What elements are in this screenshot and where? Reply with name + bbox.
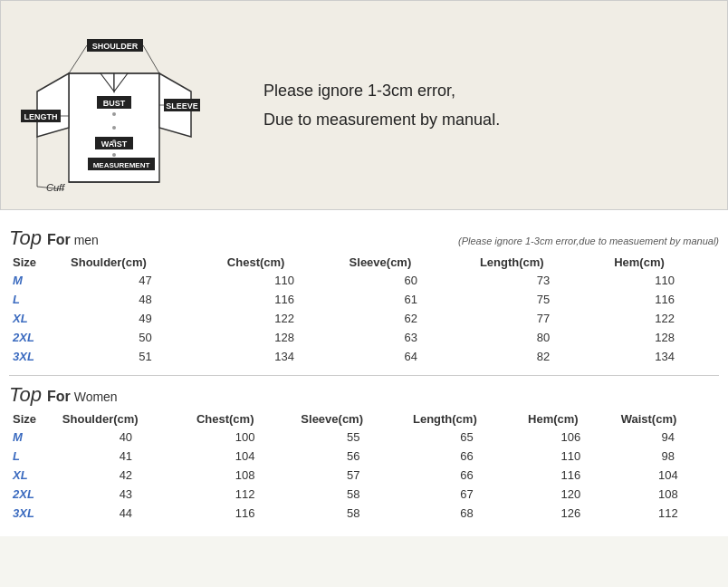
table-row: 3XL441165868126112 [9,504,719,523]
svg-line-9 [143,45,159,73]
women-size-table: Size Shoulder(cm) Chest(cm) Sleeve(cm) L… [9,410,719,523]
men-col-sleeve: Sleeve(cm) [346,254,476,271]
table-cell: 63 [346,328,476,347]
svg-text:SLEEVE: SLEEVE [166,101,198,111]
table-cell: 60 [346,271,476,290]
svg-point-26 [112,112,116,116]
men-size-table: Size Shoulder(cm) Chest(cm) Sleeve(cm) L… [9,254,719,366]
table-row: XL491226277122 [9,309,719,328]
table-cell: 42 [59,466,193,485]
shirt-diagram: SHOULDER BUST SLEEVE LENGTH WAIST MEASUR… [19,10,209,200]
svg-text:LENGTH: LENGTH [24,112,58,121]
table-cell: 100 [193,428,297,447]
men-col-shoulder: Shoulder(cm) [67,254,224,271]
svg-marker-1 [37,73,69,137]
table-cell: 122 [224,309,346,328]
table-row: 2XL431125867120108 [9,485,719,504]
table-cell: 75 [476,290,610,309]
table-cell: 50 [67,328,224,347]
table-cell: 108 [193,466,297,485]
table-row: M471106073110 [9,271,719,290]
women-for-label: For [47,389,71,405]
table-cell: 73 [476,271,610,290]
table-cell: 134 [224,347,346,366]
svg-text:BUST: BUST [103,99,126,108]
svg-point-29 [112,153,116,157]
women-col-chest: Chest(cm) [193,410,297,428]
table-cell: 58 [297,504,409,523]
table-cell: 44 [59,504,193,523]
table-cell: 94 [618,428,719,447]
table-cell: 134 [610,347,719,366]
table-row: L41104566611098 [9,447,719,466]
table-cell: 106 [524,428,618,447]
table-cell: 3XL [9,504,59,523]
table-cell: 116 [224,290,346,309]
table-cell: 104 [193,447,297,466]
svg-point-27 [112,126,116,130]
table-cell: 3XL [9,347,67,366]
men-col-size: Size [9,254,67,271]
table-cell: 67 [409,485,524,504]
table-cell: 51 [67,347,224,366]
table-cell: 47 [67,271,224,290]
women-col-length: Length(cm) [409,410,524,428]
table-cell: 2XL [9,328,67,347]
table-cell: 128 [224,328,346,347]
table-cell: 110 [524,447,618,466]
table-cell: 56 [297,447,409,466]
table-cell: M [9,271,67,290]
women-col-sleeve: Sleeve(cm) [297,410,409,428]
women-table-header-row: Size Shoulder(cm) Chest(cm) Sleeve(cm) L… [9,410,719,428]
men-col-length: Length(cm) [476,254,610,271]
men-title: Top [9,226,42,250]
men-section-header: Top For men (Please ignore 1-3cm error,d… [9,226,719,250]
table-row: M40100556510694 [9,428,719,447]
table-cell: 126 [524,504,618,523]
svg-point-28 [112,140,116,143]
women-col-waist: Waist(cm) [618,410,719,428]
table-cell: 116 [524,466,618,485]
men-col-hem: Hem(cm) [610,254,719,271]
table-cell: 41 [59,447,193,466]
table-cell: 116 [610,290,719,309]
table-cell: 58 [297,485,409,504]
table-cell: L [9,447,59,466]
table-row: 3XL511346482134 [9,347,719,366]
table-cell: 98 [618,447,719,466]
table-cell: 110 [224,271,346,290]
women-section-header: Top For Women [9,383,719,407]
table-cell: 62 [346,309,476,328]
table-cell: 61 [346,290,476,309]
table-cell: 65 [409,428,524,447]
table-cell: 66 [409,447,524,466]
table-cell: 2XL [9,485,59,504]
women-col-size: Size [9,410,59,428]
table-cell: 57 [297,466,409,485]
women-col-shoulder: Shoulder(cm) [59,410,193,428]
table-cell: 112 [618,504,719,523]
table-cell: 49 [67,309,224,328]
table-cell: M [9,428,59,447]
table-row: L481166175116 [9,290,719,309]
women-title: Top [9,383,42,407]
table-cell: L [9,290,67,309]
notice-text: Please ignore 1-3cm error, Due to measur… [263,76,500,135]
table-cell: 55 [297,428,409,447]
table-cell: 108 [618,485,719,504]
men-for-label: For [47,232,71,248]
men-col-chest: Chest(cm) [224,254,346,271]
table-cell: 40 [59,428,193,447]
table-cell: XL [9,309,67,328]
table-row: XL421085766116104 [9,466,719,485]
svg-text:SHOULDER: SHOULDER [92,42,139,51]
table-cell: 43 [59,485,193,504]
table-cell: 82 [476,347,610,366]
svg-line-8 [69,45,87,73]
table-cell: 80 [476,328,610,347]
table-cell: 66 [409,466,524,485]
table-cell: 48 [67,290,224,309]
men-note: (Please ignore 1-3cm error,due to measue… [458,236,719,246]
women-gender: Women [74,390,118,404]
notice-line1: Please ignore 1-3cm error, [263,82,455,100]
